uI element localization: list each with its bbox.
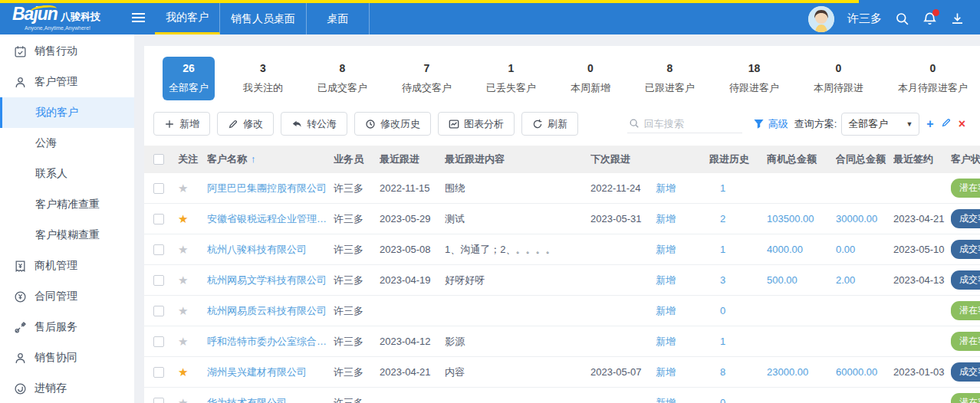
opportunity-amount-link[interactable]: 500.00 [767, 274, 836, 286]
stat-card[interactable]: 26 全部客户 [163, 57, 215, 100]
stat-card[interactable]: 3 我关注的 [237, 57, 289, 100]
filter-funnel-icon[interactable] [753, 118, 765, 129]
follow-history-count-link[interactable]: 1 [709, 244, 767, 255]
header-last-follow: 最近跟进 [380, 152, 445, 166]
opportunity-amount-link[interactable]: 23000.00 [767, 366, 836, 378]
contract-amount-link[interactable]: 60000.00 [836, 366, 893, 378]
edit-scheme-button[interactable] [941, 117, 952, 130]
row-checkbox[interactable] [153, 244, 164, 255]
advanced-filter-link[interactable]: 高级 [768, 117, 788, 131]
search-icon[interactable] [895, 11, 909, 26]
stat-card[interactable]: 8 已成交客户 [311, 57, 373, 100]
query-scheme-select[interactable]: 全部客户 ▼ [841, 113, 919, 136]
edit-button[interactable]: 修改 [217, 112, 274, 136]
notifications-bell-icon[interactable] [922, 11, 937, 26]
contract-amount-link[interactable]: 0.00 [836, 244, 893, 255]
customer-name-link[interactable]: 华为技术有限公司 [207, 396, 334, 403]
star-icon[interactable]: ★ [178, 243, 188, 256]
sidebar-item-exact-dedup[interactable]: 客户精准查重 [0, 189, 134, 220]
customer-name-link[interactable]: 杭州八骏科技有限公司 [207, 243, 334, 257]
customer-name-link[interactable]: 呼和浩特市委办公室综合保... [207, 335, 334, 349]
sidebar-item-label: 售后服务 [35, 320, 77, 334]
user-name[interactable]: 许三多 [847, 11, 882, 26]
sidebar-item-contract-management[interactable]: 合同管理 [0, 281, 134, 312]
sidebar-item-contacts[interactable]: 联系人 [0, 159, 134, 189]
contract-amount-link[interactable]: 2.00 [836, 274, 893, 286]
star-icon[interactable]: ★ [178, 304, 188, 317]
edit-history-button[interactable]: 修改历史 [354, 112, 431, 136]
stat-card[interactable]: 0 本月待跟进客户 [892, 57, 974, 100]
stat-card[interactable]: 0 本周新增 [564, 57, 617, 100]
stat-card[interactable]: 8 已跟进客户 [639, 57, 701, 100]
customer-name-link[interactable]: 安徽省银税远程企业管理有... [207, 212, 334, 226]
follow-history-count-link[interactable]: 1 [709, 336, 767, 347]
customer-name-link[interactable]: 阿里巴巴集團控股有限公司 [207, 182, 334, 195]
follow-history-count-link[interactable]: 0 [709, 305, 767, 316]
star-icon[interactable]: ★ [178, 182, 188, 195]
sidebar-item-after-sales-service[interactable]: 售后服务 [0, 312, 134, 342]
follow-history-count-link[interactable]: 2 [709, 213, 767, 224]
sidebar-item-label: 商机管理 [35, 259, 77, 273]
add-scheme-button[interactable]: + [926, 118, 933, 130]
sidebar-item-inventory[interactable]: 进销存 [0, 373, 134, 403]
add-follow-link[interactable]: 新增 [656, 396, 709, 403]
select-all-checkbox[interactable] [153, 154, 164, 165]
sidebar-item-customer-management[interactable]: 客户管理 [0, 67, 134, 97]
add-button[interactable]: 新增 [153, 112, 210, 136]
refresh-button[interactable]: 刷新 [521, 112, 578, 136]
opportunity-amount-link[interactable]: 4000.00 [767, 244, 836, 255]
row-checkbox[interactable] [153, 306, 164, 316]
sidebar-item-my-customers[interactable]: 我的客户 [0, 97, 134, 128]
avatar[interactable] [808, 6, 834, 32]
add-follow-link[interactable]: 新增 [656, 182, 709, 195]
top-tab[interactable]: 桌面 [307, 3, 370, 34]
customer-name-link[interactable]: 杭州网易文学科技有限公司 [207, 274, 334, 287]
top-tab[interactable]: 我的客户 [155, 3, 220, 34]
stat-card[interactable]: 18 待跟进客户 [723, 57, 785, 100]
stat-card[interactable]: 0 本周待跟进 [807, 57, 870, 100]
header-customer-name[interactable]: 客户名称↑ [207, 152, 334, 166]
row-checkbox[interactable] [153, 214, 164, 224]
row-checkbox[interactable] [153, 183, 164, 194]
follow-history-count-link[interactable]: 8 [709, 366, 767, 378]
add-follow-link[interactable]: 新增 [656, 274, 709, 287]
star-icon[interactable]: ★ [178, 274, 188, 287]
row-checkbox[interactable] [153, 336, 164, 347]
sidebar-item-public-sea[interactable]: 公海 [0, 128, 134, 159]
download-icon[interactable] [950, 11, 965, 26]
delete-scheme-button[interactable]: × [959, 118, 965, 130]
move-to-public-sea-button[interactable]: 转公海 [281, 112, 347, 136]
contract-amount-link[interactable]: 30000.00 [836, 213, 893, 224]
menu-toggle-icon[interactable] [121, 0, 155, 34]
follow-history-count-link[interactable]: 3 [709, 274, 767, 286]
sort-asc-icon[interactable]: ↑ [251, 153, 256, 165]
row-checkbox[interactable] [153, 398, 164, 403]
sidebar-item-sales-action[interactable]: 销售行动 [0, 36, 134, 67]
search-input[interactable] [644, 118, 728, 129]
star-icon[interactable]: ★ [178, 335, 188, 348]
add-follow-link[interactable]: 新增 [656, 212, 709, 226]
row-checkbox[interactable] [153, 275, 164, 286]
sidebar-item-sales-collaboration[interactable]: 销售协同 [0, 342, 134, 373]
stat-card[interactable]: 7 待成交客户 [396, 57, 458, 100]
follow-history-count-link[interactable]: 0 [709, 397, 767, 403]
stat-card[interactable]: 1 已丢失客户 [480, 57, 542, 100]
top-tab[interactable]: 销售人员桌面 [220, 3, 307, 34]
opportunity-amount-link[interactable]: 103500.00 [767, 213, 836, 224]
customer-name-link[interactable]: 杭州网易质云科技有限公司 [207, 304, 334, 318]
customer-name-link[interactable]: 湖州吴兴建材有限公司 [207, 365, 334, 379]
follow-history-count-link[interactable]: 1 [709, 182, 767, 194]
add-follow-link[interactable]: 新增 [656, 335, 709, 349]
add-follow-link[interactable]: 新增 [656, 365, 709, 379]
sidebar-item-fuzzy-dedup[interactable]: 客户模糊查重 [0, 220, 134, 251]
star-icon[interactable]: ★ [178, 365, 188, 378]
star-icon[interactable]: ★ [178, 212, 188, 225]
stat-value: 26 [169, 62, 209, 74]
add-follow-link[interactable]: 新增 [656, 243, 709, 257]
row-checkbox[interactable] [153, 367, 164, 378]
add-follow-link[interactable]: 新增 [656, 304, 709, 318]
chart-analysis-button[interactable]: 图表分析 [438, 112, 515, 136]
star-icon[interactable]: ★ [178, 396, 188, 403]
circle-inventory-icon [14, 382, 27, 395]
sidebar-item-opportunity-management[interactable]: 商机管理 [0, 251, 134, 281]
